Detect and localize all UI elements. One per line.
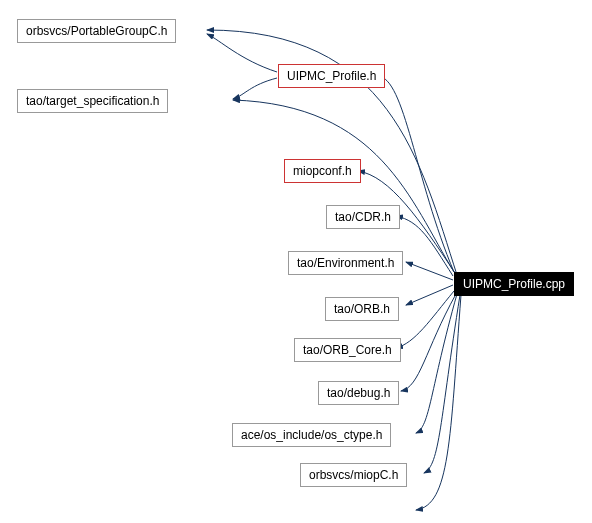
include-node-debug: tao/debug.h [318, 381, 399, 405]
include-label: tao/CDR.h [335, 210, 391, 224]
include-node-os-ctype: ace/os_include/os_ctype.h [232, 423, 391, 447]
source-file-node: UIPMC_Profile.cpp [454, 272, 574, 296]
include-label: tao/debug.h [327, 386, 390, 400]
include-label: miopconf.h [293, 164, 352, 178]
include-label: ace/os_include/os_ctype.h [241, 428, 382, 442]
include-node-uipmc-profile-h: UIPMC_Profile.h [278, 64, 385, 88]
include-label: orbsvcs/PortableGroupC.h [26, 24, 167, 38]
include-node-orb-core: tao/ORB_Core.h [294, 338, 401, 362]
include-label: tao/target_specification.h [26, 94, 159, 108]
include-label: tao/Environment.h [297, 256, 394, 270]
include-node-cdr: tao/CDR.h [326, 205, 400, 229]
include-label: tao/ORB_Core.h [303, 343, 392, 357]
include-node-target-spec: tao/target_specification.h [17, 89, 168, 113]
include-node-miopc: orbsvcs/miopC.h [300, 463, 407, 487]
include-node-miopconf: miopconf.h [284, 159, 361, 183]
include-label: UIPMC_Profile.h [287, 69, 376, 83]
include-label: orbsvcs/miopC.h [309, 468, 398, 482]
include-node-environment: tao/Environment.h [288, 251, 403, 275]
source-file-label: UIPMC_Profile.cpp [463, 277, 565, 291]
include-label: tao/ORB.h [334, 302, 390, 316]
include-node-orb: tao/ORB.h [325, 297, 399, 321]
include-node-portable-group: orbsvcs/PortableGroupC.h [17, 19, 176, 43]
